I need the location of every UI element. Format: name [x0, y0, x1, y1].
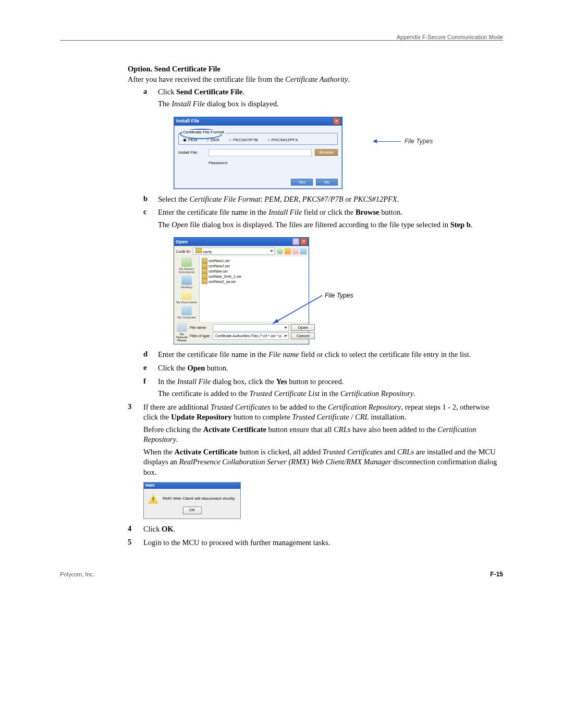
open-dialog-title: Open [176, 239, 188, 244]
lookin-label: Look in: [176, 249, 191, 254]
step3-p1: If there are additional Trusted Certific… [143, 402, 503, 423]
step-f-line1: In the Install File dialog box, click th… [158, 377, 503, 387]
groupbox-legend: Certificate File Format [182, 130, 225, 134]
step-a-label: a [143, 87, 158, 96]
open-dialog: Open ?× Look in: certs [174, 237, 309, 344]
install-file-dialog: Install File × Certificate File Format ◉… [174, 117, 342, 189]
header-text: Appendix F-Secure Communication Mode [397, 34, 503, 40]
close-icon[interactable]: × [300, 238, 307, 245]
lookin-combo[interactable]: certs [193, 248, 275, 255]
step3-p2: Before clicking the Activate Certificate… [143, 425, 503, 445]
msg-title: RMX [144, 483, 240, 489]
step-e-text: Click the Open button. [158, 363, 503, 374]
rmx-message-dialog: RMX ! RMX Web Client will disconnect sho… [143, 482, 241, 520]
annotation-file-types: File Types [373, 138, 433, 145]
footer-company: Polycom, Inc. [60, 571, 94, 577]
step5-text: Login to the MCU to proceed with further… [143, 538, 503, 548]
place-recent[interactable]: My Recent Documents [174, 257, 199, 274]
filetype-label: Files of type: [190, 334, 211, 338]
step-b-text: Select the Certificate File Format: PEM,… [158, 194, 503, 205]
back-icon[interactable] [277, 248, 283, 254]
install-file-label: Install File: [178, 150, 205, 155]
radio-der[interactable]: ○ DER [206, 138, 219, 142]
page-number: F-15 [490, 571, 503, 578]
no-button[interactable]: No [316, 179, 338, 186]
step4-text: Click OK. [143, 524, 503, 535]
step-c-line2: The Open file dialog box is displayed. T… [158, 220, 503, 230]
step-c-label: c [143, 207, 158, 216]
ok-button[interactable]: OK [183, 507, 202, 514]
step-e-label: e [143, 363, 158, 372]
step-5-label: 5 [128, 538, 143, 547]
step-d-label: d [143, 350, 158, 359]
filename-label: File name: [190, 326, 211, 329]
radio-pem[interactable]: ◉ PEM [183, 138, 197, 142]
step-b-label: b [143, 194, 158, 203]
close-icon[interactable]: × [333, 118, 340, 125]
step-c-line1: Enter the certificate file name in the I… [158, 207, 503, 218]
place-mynet[interactable]: My Network Places [176, 323, 188, 342]
step-d-text: Enter the certificate file name in the F… [158, 350, 503, 360]
warning-icon: ! [148, 494, 158, 503]
install-dialog-title: Install File [176, 118, 199, 124]
install-file-input[interactable] [209, 149, 312, 156]
place-mydocs[interactable]: My Documents [176, 291, 197, 304]
step-a-line1: Click Send Certificate File. [158, 87, 503, 97]
file-list[interactable]: certNew1.cer certNew2.cer certNew.cer ce… [199, 256, 309, 322]
password-label: Password: [209, 161, 228, 165]
step-4-label: 4 [128, 524, 143, 533]
open-button[interactable]: Open [291, 324, 315, 331]
step-f-label: f [143, 377, 158, 386]
intro-para: After you have received the certificate … [128, 75, 503, 85]
yes-button[interactable]: Yes [291, 179, 313, 186]
browse-button[interactable]: Browse [315, 149, 338, 156]
radio-pkcs12[interactable]: ○ PKCS#12PFX [267, 138, 298, 142]
section-title: Option. Send Certificate File [128, 65, 503, 73]
place-desktop[interactable]: Desktop [181, 276, 192, 289]
page-header: Appendix F-Secure Communication Mode [60, 34, 503, 50]
filename-input[interactable] [213, 324, 289, 331]
filetype-combo[interactable]: Certificate Authorities Files (*.crt *.c… [213, 332, 289, 340]
step-3-label: 3 [128, 402, 143, 411]
place-mycomp[interactable]: My Computer [177, 306, 196, 319]
help-icon[interactable]: ? [292, 238, 299, 245]
msg-text: RMX Web Client will disconnect shortly [163, 496, 235, 502]
annotation-file-types: File Types [325, 292, 353, 299]
radio-pkcs7[interactable]: ○ PKCS#7/P7B [229, 138, 258, 142]
views-icon[interactable] [300, 248, 307, 254]
new-folder-icon[interactable] [292, 248, 299, 254]
cancel-button[interactable]: Cancel [291, 332, 315, 339]
step-a-line2: The Install File dialog box is displayed… [158, 99, 503, 109]
up-folder-icon[interactable] [285, 248, 291, 254]
step-f-line2: The certificate is added to the Trusted … [158, 389, 503, 399]
step3-p3: When the Activate Certificate button is … [143, 447, 503, 478]
